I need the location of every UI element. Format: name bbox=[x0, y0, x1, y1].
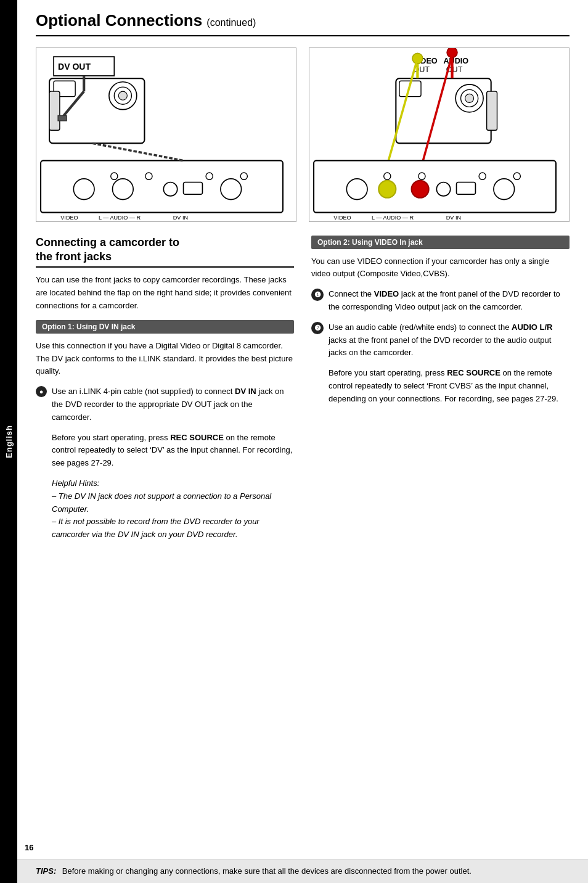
page-title: Optional Connections (continued) bbox=[36, 11, 570, 36]
left-section-heading: Connecting a camcorder to the front jack… bbox=[36, 236, 294, 268]
helpful-hints: Helpful Hints: – The DV IN jack does not… bbox=[36, 477, 294, 541]
left-intro-text: You can use the front jacks to copy camc… bbox=[36, 274, 294, 312]
svg-rect-51 bbox=[457, 183, 476, 195]
option2-bullet1-text: Connect the VIDEO jack at the front pane… bbox=[329, 288, 570, 314]
svg-text:VIDEO: VIDEO bbox=[333, 215, 351, 221]
bullet-dot-1: ● bbox=[36, 386, 47, 397]
option2-rec-source: Before you start operating, press REC SO… bbox=[311, 367, 570, 405]
option2-bullet2-text: Use an audio cable (red/white ends) to c… bbox=[329, 321, 570, 359]
diagrams-row: DV OUT bbox=[36, 47, 570, 222]
svg-text:L — AUDIO — R: L — AUDIO — R bbox=[372, 215, 414, 221]
svg-point-49 bbox=[436, 183, 450, 196]
option1-rec-source: Before you start operating, press REC SO… bbox=[36, 432, 294, 470]
left-diagram: DV OUT bbox=[36, 47, 296, 222]
option2-bullet1: ❶ Connect the VIDEO jack at the front pa… bbox=[311, 288, 570, 314]
option1-description: Use this connection if you have a Digita… bbox=[36, 340, 294, 378]
option1-bullet1-text: Use an i.LINK 4-pin cable (not supplied)… bbox=[52, 385, 294, 424]
tips-label: TIPS: bbox=[36, 866, 56, 876]
bullet-number-1: ❶ bbox=[311, 289, 324, 301]
svg-point-47 bbox=[378, 181, 396, 198]
svg-rect-41 bbox=[314, 160, 556, 212]
svg-rect-20 bbox=[184, 183, 203, 195]
option1-bar: Option 1: Using DV IN jack bbox=[36, 320, 294, 334]
svg-point-5 bbox=[118, 91, 127, 100]
tips-text: Before making or changing any connection… bbox=[62, 866, 472, 876]
svg-rect-7 bbox=[49, 91, 60, 130]
svg-rect-11 bbox=[41, 160, 283, 212]
svg-point-48 bbox=[412, 181, 429, 198]
option1-bullet1: ● Use an i.LINK 4-pin cable (not supplie… bbox=[36, 385, 294, 424]
svg-text:DV IN: DV IN bbox=[446, 215, 461, 221]
page-number: 16 bbox=[25, 843, 33, 852]
right-diagram: VIDEO AUDIO OUT OUT bbox=[309, 47, 570, 222]
right-column: Option 2: Using VIDEO In jack You can us… bbox=[311, 236, 570, 541]
svg-text:VIDEO: VIDEO bbox=[60, 215, 78, 221]
option2-intro: You can use VIDEO connection if your cam… bbox=[311, 255, 570, 281]
option2-bar: Option 2: Using VIDEO In jack bbox=[311, 236, 570, 249]
svg-line-24 bbox=[92, 143, 183, 160]
svg-text:DV IN: DV IN bbox=[173, 215, 188, 221]
sidebar-text: English bbox=[4, 425, 14, 458]
svg-text:DV OUT: DV OUT bbox=[58, 62, 91, 72]
tips-bar: TIPS: Before making or changing any conn… bbox=[17, 860, 588, 883]
svg-point-32 bbox=[465, 94, 474, 102]
svg-point-18 bbox=[163, 183, 177, 196]
sidebar-english-label: English bbox=[0, 0, 17, 883]
svg-rect-34 bbox=[487, 91, 497, 130]
left-column: Connecting a camcorder to the front jack… bbox=[36, 236, 294, 541]
svg-rect-10 bbox=[58, 115, 67, 120]
bullet-number-2: ❷ bbox=[311, 322, 324, 334]
option2-bullet2: ❷ Use an audio cable (red/white ends) to… bbox=[311, 321, 570, 359]
svg-text:L — AUDIO — R: L — AUDIO — R bbox=[99, 215, 141, 221]
svg-text:AUDIO: AUDIO bbox=[444, 57, 469, 65]
